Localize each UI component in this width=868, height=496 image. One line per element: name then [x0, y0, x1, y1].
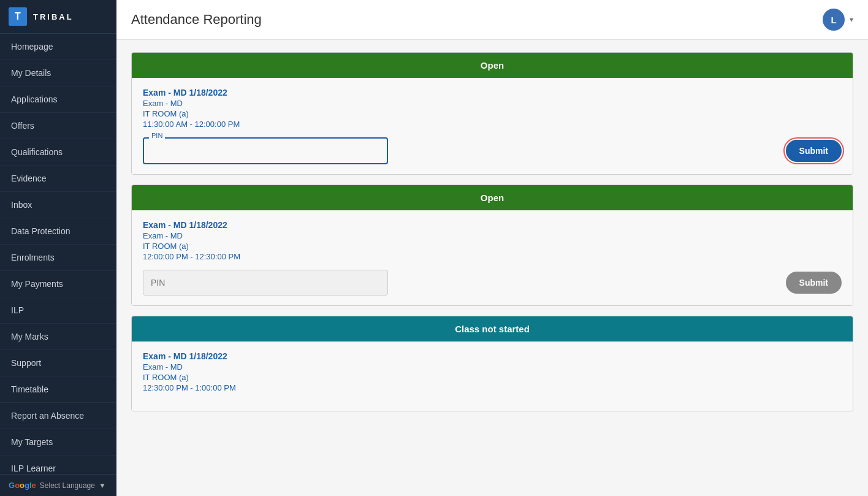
session-room-1: IT ROOM (a) — [143, 109, 842, 118]
logo-letter: T — [15, 11, 21, 22]
google-icon: Google — [9, 481, 36, 490]
language-dropdown-arrow[interactable]: ▼ — [99, 481, 106, 490]
sidebar-item-data-protection[interactable]: Data Protection — [0, 218, 116, 245]
sidebar-item-report-absence[interactable]: Report an Absence — [0, 403, 116, 429]
sidebar-item-inbox[interactable]: Inbox — [0, 192, 116, 218]
sidebar-nav: HomepageMy DetailsApplicationsOffersQual… — [0, 34, 116, 474]
topbar: Attendance Reporting L ▾ — [116, 0, 868, 40]
attendance-card-3: Class not startedExam - MD 1/18/2022Exam… — [131, 316, 853, 411]
session-sub-1: Exam - MD — [143, 99, 842, 108]
user-menu-chevron[interactable]: ▾ — [850, 15, 853, 24]
sidebar-item-enrolments[interactable]: Enrolments — [0, 245, 116, 271]
session-room-3: IT ROOM (a) — [143, 373, 842, 382]
attendance-card-1: OpenExam - MD 1/18/2022Exam - MDIT ROOM … — [131, 52, 853, 175]
sidebar-item-my-payments[interactable]: My Payments — [0, 271, 116, 297]
sidebar-item-support[interactable]: Support — [0, 350, 116, 376]
session-time-1: 11:30:00 AM - 12:00:00 PM — [143, 120, 842, 129]
card-body-1: Exam - MD 1/18/2022Exam - MDIT ROOM (a)1… — [132, 78, 853, 174]
submit-button-1[interactable]: Submit — [786, 140, 842, 162]
sidebar-item-my-marks[interactable]: My Marks — [0, 324, 116, 350]
session-info-1: Exam - MD 1/18/2022Exam - MDIT ROOM (a)1… — [143, 88, 842, 129]
sidebar-item-applications[interactable]: Applications — [0, 86, 116, 113]
select-language-label[interactable]: Select Language — [40, 481, 95, 490]
pin-input-wrap-1: PIN — [143, 137, 388, 164]
session-title-3: Exam - MD 1/18/2022 — [143, 351, 842, 361]
user-avatar[interactable]: L — [823, 9, 845, 31]
session-sub-2: Exam - MD — [143, 231, 842, 240]
page-title: Attendance Reporting — [131, 12, 262, 28]
session-title-2: Exam - MD 1/18/2022 — [143, 220, 842, 230]
sidebar-item-timetable[interactable]: Timetable — [0, 376, 116, 403]
sidebar-item-evidence[interactable]: Evidence — [0, 166, 116, 192]
session-info-3: Exam - MD 1/18/2022Exam - MDIT ROOM (a)1… — [143, 351, 842, 392]
session-info-2: Exam - MD 1/18/2022Exam - MDIT ROOM (a)1… — [143, 220, 842, 261]
submit-button-2: Submit — [786, 272, 842, 294]
session-title-1: Exam - MD 1/18/2022 — [143, 88, 842, 97]
card-body-2: Exam - MD 1/18/2022Exam - MDIT ROOM (a)1… — [132, 210, 853, 305]
logo-text: TRIBAL — [33, 12, 74, 21]
card-header-3: Class not started — [132, 316, 853, 341]
session-sub-3: Exam - MD — [143, 362, 842, 372]
sidebar-item-homepage[interactable]: Homepage — [0, 34, 116, 60]
sidebar-item-my-targets[interactable]: My Targets — [0, 429, 116, 456]
sidebar-item-my-details[interactable]: My Details — [0, 60, 116, 86]
sidebar-item-ilp[interactable]: ILP — [0, 297, 116, 324]
topbar-right: L ▾ — [823, 9, 853, 31]
pin-input-1[interactable] — [143, 137, 388, 164]
pin-row-2: Submit — [143, 270, 842, 296]
sidebar-item-qualifications[interactable]: Qualifications — [0, 139, 116, 166]
pin-input-2[interactable] — [143, 270, 388, 296]
logo-box: T — [9, 7, 27, 26]
session-time-3: 12:30:00 PM - 1:00:00 PM — [143, 383, 842, 392]
sidebar-footer[interactable]: Google Select Language ▼ — [0, 474, 116, 496]
session-time-2: 12:00:00 PM - 12:30:00 PM — [143, 252, 842, 261]
sidebar-logo: T TRIBAL — [0, 0, 116, 34]
sidebar-item-ilp-learner[interactable]: ILP Learner — [0, 456, 116, 474]
sidebar-item-offers[interactable]: Offers — [0, 113, 116, 139]
card-body-3: Exam - MD 1/18/2022Exam - MDIT ROOM (a)1… — [132, 341, 853, 411]
card-header-1: Open — [132, 53, 853, 78]
main-area: Attendance Reporting L ▾ OpenExam - MD 1… — [116, 0, 868, 496]
content-area: OpenExam - MD 1/18/2022Exam - MDIT ROOM … — [116, 40, 868, 496]
attendance-card-2: OpenExam - MD 1/18/2022Exam - MDIT ROOM … — [131, 185, 853, 306]
pin-input-wrap-2 — [143, 270, 388, 296]
pin-row-1: PINSubmit — [143, 137, 842, 164]
session-room-2: IT ROOM (a) — [143, 242, 842, 251]
card-header-2: Open — [132, 185, 853, 210]
sidebar: T TRIBAL HomepageMy DetailsApplicationsO… — [0, 0, 116, 496]
